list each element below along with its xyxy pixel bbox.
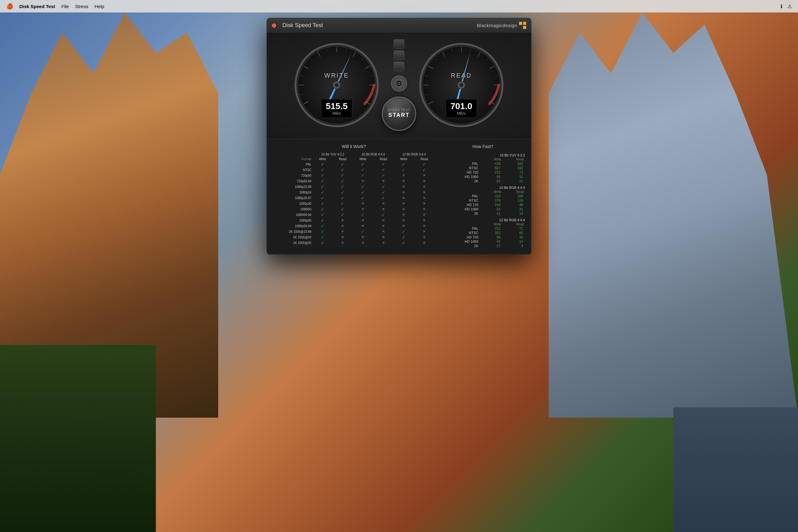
format-name-cell: 1080p29.97 bbox=[273, 195, 313, 201]
settings-button[interactable]: ⚙ bbox=[391, 75, 407, 92]
fast-read-value: 48 bbox=[502, 203, 525, 207]
fast-format-name: PAL bbox=[441, 226, 480, 231]
format-header bbox=[273, 152, 313, 157]
fast-write-value: 95 bbox=[480, 235, 502, 239]
work-table-row: 2K 1556@23.98✓✕✓✕✓✕ bbox=[273, 229, 435, 234]
fast-col-header: Write bbox=[480, 157, 502, 162]
menubar-stress[interactable]: Stress bbox=[75, 4, 89, 9]
cross-icon: ✕ bbox=[423, 224, 426, 228]
work-table-row: 1080p59.94✓✕✕✕✕✕ bbox=[273, 223, 435, 229]
cross-icon: ✕ bbox=[382, 201, 385, 206]
fast-format-name: 2K bbox=[441, 211, 480, 216]
menubar-file[interactable]: File bbox=[61, 4, 69, 9]
format-btn-1[interactable] bbox=[394, 39, 404, 49]
cross-icon: ✕ bbox=[361, 179, 364, 183]
start-button-label: START bbox=[388, 112, 410, 119]
fast-group-header-row: 10 Bit RGB 4:4:4 bbox=[441, 185, 525, 190]
work-table-row: PAL✓✓✓✓✓✓ bbox=[273, 162, 435, 167]
cross-icon: ✕ bbox=[423, 229, 426, 234]
format-name-cell: 720p50 bbox=[273, 173, 313, 178]
work-table-row: 1080p24✓✓✓✓✕✕ bbox=[273, 189, 435, 195]
format-name-cell: 2K 1556@24 bbox=[273, 234, 313, 240]
check-icon: ✓ bbox=[321, 207, 324, 212]
check-icon: ✓ bbox=[361, 212, 365, 217]
cross-icon: ✕ bbox=[402, 179, 405, 183]
check-icon: ✓ bbox=[321, 178, 324, 184]
format-subheader: Format bbox=[273, 157, 313, 162]
alert-icon[interactable]: ⚠ bbox=[787, 3, 792, 10]
fast-write-value: 27 bbox=[480, 244, 502, 248]
gear-icon: ⚙ bbox=[396, 79, 402, 88]
fast-col-header: Read bbox=[502, 157, 525, 162]
cross-icon: ✕ bbox=[423, 201, 426, 206]
fast-table-row: HD 7209532 bbox=[441, 235, 525, 239]
fast-write-value: 212 bbox=[480, 226, 502, 231]
check-icon: ✓ bbox=[402, 235, 405, 240]
info-icon[interactable]: ℹ bbox=[781, 3, 782, 10]
work-table-row: NTSC✓✓✓✓✓✓ bbox=[273, 167, 435, 173]
blackmagic-logo: Blackmagicdesign bbox=[477, 22, 526, 29]
check-icon: ✓ bbox=[361, 173, 365, 178]
fast-format-name: PAL bbox=[441, 194, 480, 198]
write-gauge-value-box: 515.5 MB/s bbox=[321, 99, 352, 118]
bm-square-3 bbox=[519, 26, 522, 29]
check-icon: ✓ bbox=[321, 184, 324, 189]
fast-col-header: Write bbox=[480, 190, 502, 194]
app-window: Disk Speed Test Blackmagicdesign bbox=[267, 18, 531, 254]
fast-read-value: 21 bbox=[502, 207, 525, 211]
data-columns: Will it Work? 10 Bit YUV 4:2:2 10 Bit RG… bbox=[273, 144, 525, 248]
gauge-section: WRITE 515.5 MB/s ⚙ SPEED TEST START bbox=[267, 33, 531, 139]
fast-col-header: Read bbox=[502, 190, 525, 194]
fast-format-name: 2K bbox=[441, 179, 480, 183]
format-name-cell: 1080p30 bbox=[273, 201, 313, 206]
cross-icon: ✕ bbox=[361, 224, 364, 228]
cross-icon: ✕ bbox=[361, 201, 364, 206]
rgb12-444-header: 12 Bit RGB 4:4:4 bbox=[394, 152, 435, 157]
cross-icon: ✕ bbox=[382, 229, 385, 234]
read-gauge-unit: MB/s bbox=[451, 111, 472, 116]
menubar: 🍎 Disk Speed Test File Stress Help ℹ ⚠ bbox=[0, 0, 798, 13]
check-icon: ✓ bbox=[341, 207, 344, 212]
fast-subheader-row: WriteRead bbox=[441, 222, 525, 226]
cross-icon: ✕ bbox=[423, 207, 426, 211]
format-btn-2[interactable] bbox=[394, 51, 404, 60]
fast-col-header bbox=[441, 190, 480, 194]
rgb12-read-header: Read bbox=[414, 157, 435, 162]
fast-write-value: 41 bbox=[480, 211, 502, 216]
work-table-row: 720p50✓✓✓✓✕✕ bbox=[273, 173, 435, 178]
format-name-cell: 1080p23.98 bbox=[273, 184, 313, 189]
check-icon: ✓ bbox=[341, 173, 344, 178]
apple-menu[interactable]: 🍎 bbox=[6, 3, 13, 10]
rgb12-write-header: Write bbox=[394, 157, 414, 162]
menubar-help[interactable]: Help bbox=[94, 4, 104, 9]
ground-left bbox=[0, 345, 156, 532]
check-icon: ✓ bbox=[341, 190, 344, 195]
read-gauge-value-box: 701.0 MB/s bbox=[446, 99, 477, 118]
yuv-read-header: Read bbox=[332, 157, 353, 162]
check-icon: ✓ bbox=[321, 212, 324, 217]
cross-icon: ✕ bbox=[402, 224, 405, 228]
fast-format-name: NTSC bbox=[441, 166, 480, 170]
rgb10-read-header: Read bbox=[373, 157, 394, 162]
will-it-work-panel: Will it Work? 10 Bit YUV 4:2:2 10 Bit RG… bbox=[273, 144, 435, 248]
check-icon: ✓ bbox=[382, 162, 385, 167]
blackmagic-squares bbox=[519, 22, 526, 29]
blackmagic-text: Blackmagicdesign bbox=[477, 23, 517, 28]
check-icon: ✓ bbox=[321, 218, 324, 223]
cross-icon: ✕ bbox=[361, 207, 364, 211]
fast-table-row: HD 10809532 bbox=[441, 174, 525, 179]
format-name-cell: NTSC bbox=[273, 167, 313, 173]
cross-icon: ✕ bbox=[423, 179, 426, 183]
start-button[interactable]: SPEED TEST START bbox=[382, 97, 416, 131]
work-table-row: 1080i50✓✓✕✕✕✕ bbox=[273, 206, 435, 212]
check-icon: ✓ bbox=[382, 173, 385, 178]
fast-read-value: 72 bbox=[502, 226, 525, 231]
window-close-button[interactable] bbox=[272, 23, 276, 28]
fast-format-name: HD 720 bbox=[441, 170, 480, 174]
menubar-app-name[interactable]: Disk Speed Test bbox=[19, 4, 55, 9]
fast-read-value: 21 bbox=[502, 179, 525, 183]
fast-subheader-row: WriteRead bbox=[441, 190, 525, 194]
fast-write-value: 252 bbox=[480, 231, 502, 235]
format-btn-3[interactable] bbox=[394, 62, 404, 71]
cross-icon: ✕ bbox=[341, 235, 344, 239]
